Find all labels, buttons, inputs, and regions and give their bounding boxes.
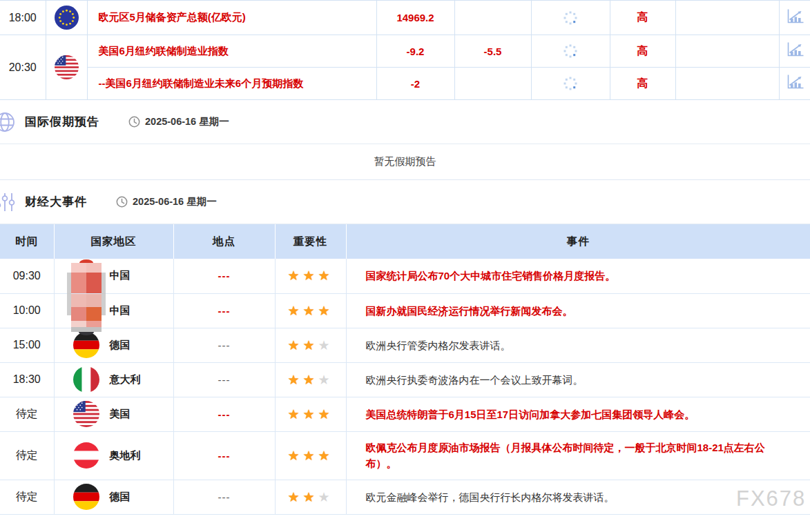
country-name: 美国 <box>110 408 131 421</box>
flag-de-icon <box>73 484 99 510</box>
flag-it-icon <box>73 366 99 393</box>
event-country-cell: 美国 <box>54 397 173 431</box>
event-location: --- <box>173 431 275 480</box>
star-icon: ★ <box>287 304 302 318</box>
event-description[interactable]: 美国总统特朗普于6月15日至17日访问加拿大参加七国集团领导人峰会。 <box>346 397 810 431</box>
event-location: --- <box>173 259 275 293</box>
events-table: 时间 国家地区 地点 重要性 事件 09:30中国---★★★国家统计局公布70… <box>0 224 810 515</box>
star-icon: ★ <box>318 407 334 422</box>
chart-cell <box>779 1 810 35</box>
star-icon: ★ <box>287 407 302 422</box>
revised-value-empty <box>675 35 779 68</box>
importance-stars: ★★★ <box>275 362 346 397</box>
star-icon: ★ <box>287 449 302 463</box>
star-icon: ★ <box>287 268 302 283</box>
event-time: 待定 <box>0 480 54 514</box>
events-header-row: 时间 国家地区 地点 重要性 事件 <box>0 224 810 259</box>
chart-icon[interactable] <box>785 74 804 90</box>
flag-at-icon <box>73 442 99 469</box>
country-name: 中国 <box>110 304 131 317</box>
actual-value: -2 <box>376 68 454 100</box>
event-description[interactable]: 国新办就国民经济运行情况举行新闻发布会。 <box>346 293 810 328</box>
forecast-value <box>454 1 531 35</box>
forecast-value <box>454 68 531 100</box>
event-row: 待定美国---★★★美国总统特朗普于6月15日至17日访问加拿大参加七国集团领导… <box>0 397 810 431</box>
actual-value: 14969.2 <box>376 1 454 35</box>
chart-icon[interactable] <box>785 8 804 25</box>
financial-calendar-page: 18:00 欧元区5月储备资产总额(亿欧元) 14969.2 高 20:30 美… <box>0 0 810 532</box>
star-icon: ★ <box>287 338 302 353</box>
star-icon: ★ <box>302 304 318 318</box>
star-icon: ★ <box>318 449 334 463</box>
econ-row: 20:30 美国6月纽约联储制造业指数 -9.2 -5.5 高 <box>0 35 810 68</box>
importance-level: 高 <box>610 68 675 100</box>
flag-de-icon <box>73 332 99 358</box>
country-name: 意大利 <box>110 373 141 386</box>
events-slider-icon <box>0 191 17 213</box>
holiday-section-title: 国际假期预告 <box>25 114 99 130</box>
event-time: 09:30 <box>0 259 54 293</box>
importance-stars: ★★★ <box>275 293 346 328</box>
event-time: 10:00 <box>0 293 54 328</box>
event-country-cell: 德国 <box>54 480 173 514</box>
chart-cell <box>779 68 810 100</box>
loading-cell <box>531 35 610 68</box>
econ-time: 18:00 <box>0 1 46 35</box>
actual-value: -9.2 <box>376 35 454 68</box>
econ-time: 20:30 <box>0 35 46 100</box>
event-location: --- <box>173 480 275 514</box>
loading-cell <box>531 1 610 35</box>
star-icon: ★ <box>318 490 334 504</box>
event-country-cell: 奥地利 <box>54 431 173 480</box>
importance-stars: ★★★ <box>275 328 346 362</box>
col-header-event: 事件 <box>346 224 810 259</box>
star-icon: ★ <box>302 268 318 283</box>
star-icon: ★ <box>302 338 318 353</box>
event-time: 待定 <box>0 431 54 480</box>
event-description[interactable]: 欧佩克公布月度原油市场报告（月报具体公布时间待定，一般于北京时间18-21点左右… <box>346 431 810 480</box>
star-icon: ★ <box>318 373 334 387</box>
event-time: 15:00 <box>0 328 54 362</box>
event-location: --- <box>173 328 275 362</box>
holiday-date: 2025-06-16 星期一 <box>145 115 229 128</box>
indicator-name[interactable]: --美国6月纽约联储制造业未来6个月预期指数 <box>87 68 376 100</box>
event-description[interactable]: 欧洲央行管委内格尔发表讲话。 <box>346 328 810 362</box>
star-icon: ★ <box>318 338 334 353</box>
loading-spinner-icon <box>563 44 578 56</box>
importance-stars: ★★★ <box>275 259 346 293</box>
revised-value-empty <box>675 1 779 35</box>
econ-row: 18:00 欧元区5月储备资产总额(亿欧元) 14969.2 高 <box>0 1 810 35</box>
flag-eu-icon <box>46 1 87 35</box>
star-icon: ★ <box>287 373 302 387</box>
country-name: 中国 <box>110 269 131 282</box>
star-icon: ★ <box>318 268 334 283</box>
event-time: 18:30 <box>0 362 54 397</box>
star-icon: ★ <box>302 449 318 463</box>
econ-row: --美国6月纽约联储制造业未来6个月预期指数 -2 高 <box>0 68 810 100</box>
event-description[interactable]: 欧洲央行执委奇波洛内在一个会议上致开幕词。 <box>346 362 810 397</box>
importance-stars: ★★★ <box>275 397 346 431</box>
flag-us-icon <box>73 401 99 427</box>
event-row: 15:00德国---★★★欧洲央行管委内格尔发表讲话。 <box>0 328 810 362</box>
country-name: 德国 <box>110 491 131 504</box>
col-header-time: 时间 <box>0 224 54 259</box>
clock-icon <box>128 116 140 128</box>
censored-flag-mosaic <box>71 259 102 335</box>
event-location: --- <box>173 397 275 431</box>
loading-spinner-icon <box>563 77 578 88</box>
chart-cell <box>779 35 810 68</box>
events-section-header: 财经大事件 2025-06-16 星期一 <box>0 180 810 224</box>
event-description[interactable]: 国家统计局公布70个大中城市住宅销售价格月度报告。 <box>346 259 810 293</box>
chart-icon[interactable] <box>785 41 804 58</box>
country-name: 德国 <box>110 339 131 352</box>
indicator-name[interactable]: 欧元区5月储备资产总额(亿欧元) <box>87 1 376 35</box>
star-icon: ★ <box>302 407 318 422</box>
holiday-section-header: 国际假期预告 2025-06-16 星期一 <box>0 100 810 144</box>
event-row: 待定奥地利---★★★欧佩克公布月度原油市场报告（月报具体公布时间待定，一般于北… <box>0 431 810 480</box>
star-icon: ★ <box>302 373 318 387</box>
col-header-country: 国家地区 <box>54 224 173 259</box>
indicator-name[interactable]: 美国6月纽约联储制造业指数 <box>87 35 376 68</box>
clock-icon <box>116 196 128 208</box>
globe-icon <box>0 111 17 133</box>
star-icon: ★ <box>287 490 302 504</box>
